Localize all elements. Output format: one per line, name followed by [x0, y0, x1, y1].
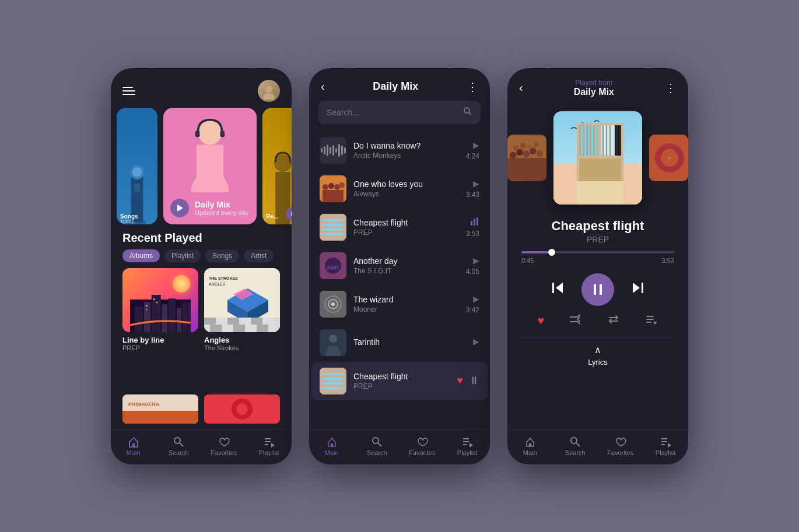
shuffle-button-s3[interactable]	[569, 313, 582, 329]
progress-current: 0:45	[521, 257, 534, 264]
svg-rect-93	[331, 443, 333, 446]
home-header	[111, 68, 292, 108]
track-item[interactable]: Do I wanna know? Arctic Monkeys ▶ 4:24	[311, 131, 488, 170]
track-play-icon[interactable]: ▶	[473, 179, 479, 188]
filter-artist[interactable]: Artist	[244, 249, 274, 262]
nav-playlist-s2[interactable]: Playlist	[445, 436, 490, 456]
track-art-alvways	[320, 175, 346, 202]
carousel-item-re[interactable]: Re...	[262, 108, 292, 224]
nav-main-s1[interactable]: Main	[111, 436, 156, 456]
track-play-icon[interactable]: ▶	[473, 140, 479, 150]
album-side-left[interactable]	[507, 135, 546, 181]
track-item[interactable]: The wizard Mooner ▶ 3:42	[311, 285, 488, 323]
back-button-s3[interactable]: ‹	[519, 81, 523, 94]
nav-main-s2[interactable]: Main	[309, 436, 355, 456]
svg-rect-123	[606, 125, 607, 156]
chevron-up-icon: ∧	[594, 344, 601, 355]
repeat-button-s3[interactable]	[607, 313, 620, 329]
nav-favorites-label-s2: Favorites	[409, 449, 435, 456]
svg-rect-10	[220, 131, 225, 137]
track-title-playing: Cheapest flight	[353, 372, 450, 381]
progress-fill	[521, 251, 552, 253]
more-options-s3[interactable]: ⋮	[665, 81, 677, 95]
nav-search-label-s3: Search	[565, 449, 586, 456]
nav-favorites-s3[interactable]: Favorites	[598, 436, 643, 456]
recent-item-prep[interactable]: Line by line PREP	[122, 268, 198, 394]
nav-search-s1[interactable]: Search	[156, 436, 202, 456]
queue-button-s3[interactable]	[645, 313, 658, 329]
svg-rect-127	[619, 125, 621, 156]
nav-main-s3[interactable]: Main	[507, 436, 553, 456]
track-item[interactable]: One who loves you Alvways ▶ 3:43	[311, 170, 488, 208]
nav-search-s3[interactable]: Search	[553, 436, 598, 456]
bottom-row: PRIMAVERA	[111, 394, 292, 429]
nav-playlist-label-s1: Playlist	[259, 449, 279, 456]
track-play-icon[interactable]: ▶	[473, 256, 479, 265]
skip-next-button[interactable]	[630, 280, 646, 299]
recent-item-artist-prep: PREP	[122, 344, 198, 351]
progress-bar[interactable]	[521, 251, 674, 253]
svg-rect-8	[197, 145, 223, 182]
svg-rect-74	[471, 221, 472, 226]
track-heart-icon[interactable]: ♥	[457, 375, 463, 387]
svg-marker-154	[668, 443, 671, 448]
search-input[interactable]	[327, 108, 457, 117]
back-button-s2[interactable]: ‹	[321, 80, 325, 93]
thumb-red[interactable]	[204, 394, 280, 424]
more-options-s2[interactable]: ⋮	[467, 80, 478, 94]
nav-search-s2[interactable]: Search	[355, 436, 400, 456]
daily-mix-play[interactable]	[170, 199, 189, 217]
pause-button[interactable]	[581, 273, 614, 306]
svg-point-149	[571, 438, 577, 443]
nav-main-label-s1: Main	[127, 449, 141, 456]
album-side-right[interactable]: T	[649, 135, 688, 181]
menu-icon[interactable]	[122, 87, 135, 95]
album-main-art[interactable]	[553, 111, 643, 205]
track-title: Tarintih	[353, 337, 466, 347]
svg-rect-90	[323, 380, 344, 382]
track-pause-icon[interactable]: ⏸	[469, 375, 479, 387]
track-item[interactable]: SIGIT Another day The S.I.G.IT ▶ 4:05	[311, 246, 488, 285]
filter-tabs: Albums Playlist Songs Artist	[111, 249, 292, 268]
track-art-mooner	[320, 291, 346, 318]
recent-grid: Line by line PREP THE STROKES ANGLES	[111, 268, 292, 394]
nav-playlist-s1[interactable]: Playlist	[247, 436, 292, 456]
player-track-title: Cheapest flight	[507, 214, 688, 235]
svg-rect-117	[586, 125, 588, 156]
skip-prev-button[interactable]	[550, 280, 565, 299]
lyrics-button[interactable]: ∧ Lyrics	[519, 338, 677, 372]
svg-marker-11	[177, 205, 183, 212]
track-play-icon[interactable]: ▶	[473, 337, 479, 346]
filter-albums[interactable]: Albums	[122, 249, 160, 262]
progress-thumb[interactable]	[548, 249, 555, 256]
svg-rect-128	[599, 125, 601, 156]
filter-songs[interactable]: Songs	[205, 249, 239, 262]
svg-rect-45	[257, 325, 268, 332]
nav-playlist-s3[interactable]: Playlist	[643, 436, 689, 456]
track-item[interactable]: Tarintih ▶	[311, 323, 488, 362]
avatar[interactable]	[258, 80, 280, 102]
svg-rect-120	[597, 125, 598, 156]
nav-favorites-s2[interactable]: Favorites	[400, 436, 445, 456]
track-play-icon[interactable]: ▶	[473, 294, 479, 304]
svg-point-7	[198, 121, 222, 145]
search-bar[interactable]	[318, 101, 481, 124]
carousel-item-daily-mix[interactable]: Daily Mix Updated every day	[163, 108, 257, 224]
track-duration: 3:43	[466, 191, 479, 199]
track-item[interactable]: Cheapest flight PREP 3:53	[311, 208, 488, 246]
playlist-header: ‹ Daily Mix ⋮	[309, 68, 490, 101]
filter-playlist[interactable]: Playlist	[164, 249, 201, 262]
track-item-playing[interactable]: Cheapest flight PREP ♥ ⏸	[311, 362, 488, 400]
svg-line-54	[180, 443, 183, 446]
svg-marker-142	[633, 283, 640, 293]
svg-rect-21	[177, 308, 181, 332]
carousel-item-songs[interactable]: Songs Today	[117, 108, 157, 224]
nav-search-label-s1: Search	[169, 449, 189, 456]
heart-button-s3[interactable]: ♥	[538, 314, 545, 327]
thumb-primavera[interactable]: PRIMAVERA	[122, 394, 198, 424]
nav-favorites-s1[interactable]: Favorites	[201, 436, 247, 456]
recent-played-title: Recent Played	[111, 224, 292, 249]
nav-main-label-s2: Main	[325, 449, 339, 456]
recent-item-strokes[interactable]: THE STROKES ANGLES	[204, 268, 280, 394]
track-bars-icon[interactable]	[470, 216, 479, 227]
